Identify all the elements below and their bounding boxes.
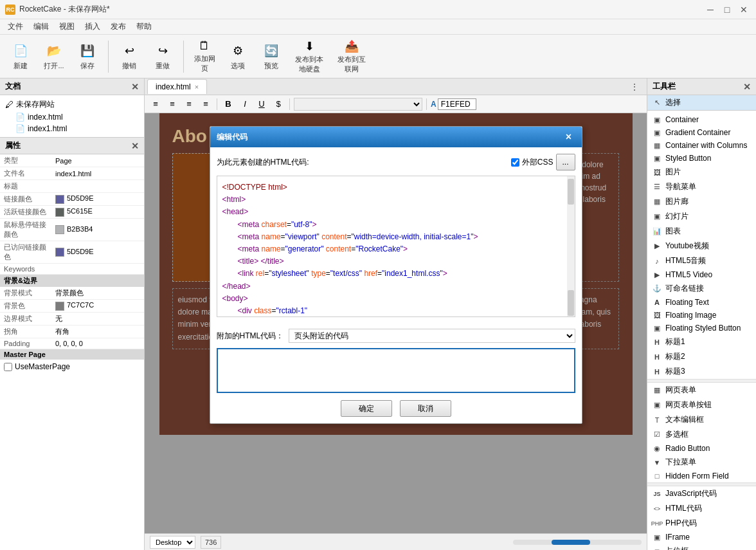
tool-container-columns[interactable]: ▦ Container with Columns bbox=[647, 139, 756, 152]
prop-padding-label: Padding bbox=[0, 338, 51, 349]
underline-button[interactable]: U bbox=[255, 97, 269, 111]
undo-button[interactable]: ↩ 撤销 bbox=[114, 38, 145, 75]
italic-button[interactable]: I bbox=[238, 97, 252, 111]
menu-file[interactable]: 文件 bbox=[3, 20, 28, 33]
prop-bg-color-label: 背景色 bbox=[0, 300, 51, 313]
documents-panel-close[interactable]: ✕ bbox=[131, 82, 139, 92]
tool-heading3[interactable]: H 标题3 bbox=[647, 364, 756, 379]
editor-canvas[interactable]: Abo Lorem ipsum dolor sit amet, consecte… bbox=[145, 113, 647, 533]
prop-border-mode-label: 边界模式 bbox=[0, 313, 51, 325]
styled-button-label: Styled Button bbox=[665, 154, 711, 163]
tool-iframe[interactable]: ▣ IFrame bbox=[647, 531, 756, 544]
align-left-button[interactable]: ≡ bbox=[148, 97, 163, 111]
scroll-right-icon[interactable]: ⋮ bbox=[630, 82, 639, 92]
youtube-label: Youtube视频 bbox=[665, 241, 709, 252]
tool-youtube[interactable]: ▶ Youtube视频 bbox=[647, 239, 756, 253]
tool-web-table[interactable]: ▦ 网页表单 bbox=[647, 383, 756, 398]
tool-checkbox[interactable]: ☑ 多选框 bbox=[647, 427, 756, 442]
open-button[interactable]: 📂 打开... bbox=[39, 38, 69, 75]
appended-code-textarea[interactable] bbox=[217, 348, 575, 393]
tool-container[interactable]: ▣ Container bbox=[647, 113, 756, 126]
tool-gallery[interactable]: ▦ 图片廊 bbox=[647, 194, 756, 209]
right-panel-close[interactable]: ✕ bbox=[743, 82, 751, 92]
menu-publish[interactable]: 发布 bbox=[105, 20, 131, 33]
save-button[interactable]: 💾 保存 bbox=[72, 38, 103, 75]
tool-html5-audio[interactable]: ♪ HTML5音频 bbox=[647, 253, 756, 268]
code-line-link: <link rel="stylesheet" type="text/css" h… bbox=[222, 268, 570, 280]
align-justify-button[interactable]: ≡ bbox=[199, 97, 213, 111]
use-master-page-checkbox[interactable] bbox=[4, 363, 12, 371]
prop-visited-link[interactable]: 已访问链接颜色 5D5D9E bbox=[0, 241, 144, 264]
align-center-button[interactable]: ≡ bbox=[165, 97, 179, 111]
font-select[interactable] bbox=[294, 98, 422, 111]
tool-floating-text[interactable]: A Floating Text bbox=[647, 296, 756, 309]
editor-tab-close[interactable]: × bbox=[195, 83, 199, 91]
hidden-field-icon: □ bbox=[652, 472, 662, 481]
menu-edit[interactable]: 编辑 bbox=[28, 20, 54, 33]
menu-insert[interactable]: 插入 bbox=[80, 20, 105, 33]
tool-slideshow[interactable]: ▣ 幻灯片 bbox=[647, 209, 756, 224]
tool-gradient-container[interactable]: ▣ Gradient Container bbox=[647, 126, 756, 139]
external-css-btn[interactable]: ... bbox=[556, 154, 575, 170]
dialog-close-button[interactable]: × bbox=[562, 131, 575, 143]
confirm-button[interactable]: 确定 bbox=[341, 400, 392, 417]
tool-hidden-field[interactable]: □ Hidden Form Field bbox=[647, 470, 756, 482]
menu-help[interactable]: 帮助 bbox=[131, 20, 157, 33]
gradient-container-icon: ▣ bbox=[652, 128, 662, 137]
prop-hover-link[interactable]: 鼠标悬停链接颜色 B2B3B4 bbox=[0, 219, 144, 241]
external-css-checkbox[interactable] bbox=[511, 158, 519, 167]
prop-bg-color[interactable]: 背景色 7C7C7C bbox=[0, 300, 144, 313]
doc-item-index[interactable]: 📄 index.html bbox=[3, 111, 141, 123]
tool-image[interactable]: 🖼 图片 bbox=[647, 165, 756, 179]
bold-button[interactable]: B bbox=[221, 97, 235, 111]
doc-item-index1[interactable]: 📄 index1.html bbox=[3, 123, 141, 134]
container-columns-label: Container with Columns bbox=[665, 141, 747, 150]
tool-floating-styled-button[interactable]: ▣ Floating Styled Button bbox=[647, 322, 756, 335]
tool-named-anchor[interactable]: ⚓ 可命名链接 bbox=[647, 281, 756, 296]
tool-heading1[interactable]: H 标题1 bbox=[647, 335, 756, 349]
prop-link-color-value: 5D5D9E bbox=[51, 193, 144, 206]
appended-code-select[interactable]: 页头附近的代码 页尾附近的代码 bbox=[289, 329, 575, 343]
align-right-button[interactable]: ≡ bbox=[182, 97, 196, 111]
tool-floating-image[interactable]: 🖼 Floating Image bbox=[647, 309, 756, 322]
tool-radio-button[interactable]: ◉ Radio Button bbox=[647, 442, 756, 455]
properties-panel-close[interactable]: ✕ bbox=[131, 141, 139, 151]
publish-local-button[interactable]: ⬇ 发布到本地硬盘 bbox=[289, 38, 329, 75]
tool-dropdown[interactable]: ▼ 下拉菜单 bbox=[647, 455, 756, 470]
tool-heading2[interactable]: H 标题2 bbox=[647, 349, 756, 364]
close-button[interactable]: ✕ bbox=[737, 3, 751, 17]
tool-html-code[interactable]: <> HTML代码 bbox=[647, 501, 756, 516]
minimize-button[interactable]: ─ bbox=[703, 3, 717, 17]
publish-web-button[interactable]: 📤 发布到互联网 bbox=[332, 38, 372, 75]
tool-chart[interactable]: 📊 图表 bbox=[647, 224, 756, 239]
editor-tab-index[interactable]: index.html × bbox=[147, 79, 207, 94]
options-button[interactable]: ⚙ 选项 bbox=[222, 38, 253, 75]
cancel-button[interactable]: 取消 bbox=[400, 400, 451, 417]
redo-button[interactable]: ↪ 重做 bbox=[147, 38, 178, 75]
prop-link-color[interactable]: 链接颜色 5D5D9E bbox=[0, 193, 144, 206]
layout-select[interactable]: Desktop bbox=[150, 536, 195, 549]
doc-root-item[interactable]: 🖊 未保存网站 bbox=[3, 98, 141, 111]
tool-html5-video[interactable]: ▶ HTML5 Video bbox=[647, 268, 756, 281]
horizontal-scrollbar[interactable] bbox=[513, 540, 642, 545]
tool-javascript[interactable]: JS JavaScript代码 bbox=[647, 486, 756, 501]
tool-php-code[interactable]: PHP PHP代码 bbox=[647, 516, 756, 531]
code-scrollbar-thumb-top[interactable] bbox=[568, 179, 574, 205]
new-button[interactable]: 📄 新建 bbox=[5, 38, 36, 75]
addpage-button[interactable]: 🗒 添加网页 bbox=[189, 38, 220, 75]
code-scrollbar-thumb-bottom[interactable] bbox=[568, 290, 574, 316]
color-value-box[interactable]: F1EFED bbox=[438, 98, 476, 110]
menu-view[interactable]: 视图 bbox=[54, 20, 80, 33]
tool-text-editor[interactable]: T 文本编辑框 bbox=[647, 412, 756, 427]
tool-web-form-btn[interactable]: ▣ 网页表单按钮 bbox=[647, 398, 756, 412]
maximize-button[interactable]: □ bbox=[720, 3, 734, 17]
select-label: 选择 bbox=[665, 97, 681, 108]
tool-placeholder[interactable]: □ 占位框 bbox=[647, 544, 756, 550]
tool-styled-button[interactable]: ▣ Styled Button bbox=[647, 152, 756, 165]
tool-nav-menu[interactable]: ☰ 导航菜单 bbox=[647, 179, 756, 194]
dollar-button[interactable]: $ bbox=[271, 97, 285, 111]
prop-active-link[interactable]: 活跃链接颜色 5C615E bbox=[0, 206, 144, 219]
code-editor[interactable]: <!DOCTYPE html> <html> <head> <meta char… bbox=[217, 176, 575, 317]
preview-button[interactable]: 🔄 预览 bbox=[256, 38, 287, 75]
tool-select[interactable]: ↖ 选择 bbox=[647, 95, 756, 111]
